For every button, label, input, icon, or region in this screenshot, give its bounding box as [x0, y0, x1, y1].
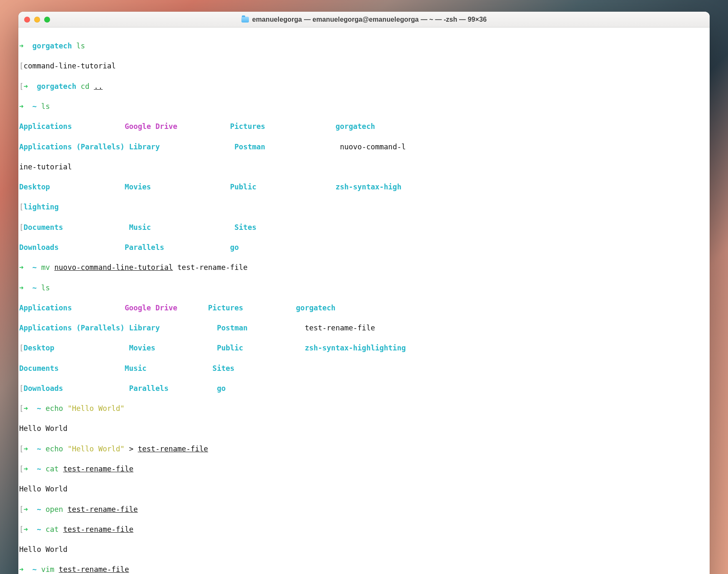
ls-item: Sites [213, 364, 235, 373]
minimize-icon[interactable] [34, 17, 40, 23]
pad [160, 143, 234, 151]
ls-item: Public [230, 183, 256, 191]
pad [265, 122, 336, 131]
ls-item: Public [217, 344, 243, 352]
ls-item: command-line-tutorial [24, 62, 116, 70]
arrow-icon: ➜ [24, 404, 37, 413]
cmd: ls [76, 42, 85, 50]
stdout: Hello World [19, 485, 68, 493]
pad [147, 364, 213, 373]
file: test-rename-file [59, 565, 129, 574]
output-line: [command-line-tutorial [19, 61, 709, 71]
bracket-icon: [ [19, 62, 24, 70]
bracket-icon: [ [19, 525, 24, 534]
ls-item: Sites [234, 223, 256, 232]
stdout: Hello World [19, 424, 68, 433]
pad [63, 384, 129, 393]
pad [63, 223, 129, 232]
ls-row: Applications (Parallels) Library Postman… [19, 142, 709, 152]
ls-row: [Downloads Parallels go [19, 383, 709, 393]
bracket-icon: [ [19, 465, 24, 473]
cmd: cat [45, 525, 63, 534]
folder-icon [241, 17, 249, 23]
traffic-lights [24, 17, 50, 23]
ls-item: Desktop [19, 183, 50, 191]
cwd-tilde: ~ [37, 445, 45, 453]
ls-wrap: ine-tutorial [19, 162, 709, 172]
pad [151, 223, 234, 232]
cmd: vim [41, 565, 59, 574]
cmd: echo [45, 404, 68, 413]
bracket-icon: [ [19, 404, 24, 413]
pad [125, 143, 129, 151]
cmd: open [45, 505, 68, 514]
ls-wrap: [lighting [19, 202, 709, 212]
arg: test-rename-file [177, 263, 248, 272]
ls-item: Parallels [129, 384, 168, 393]
pad [125, 324, 129, 332]
cmd: echo [45, 445, 68, 453]
terminal-body[interactable]: ➜ gorgatech ls [command-line-tutorial [➜… [18, 28, 710, 574]
file: test-rename-file [138, 445, 208, 453]
pad [164, 243, 230, 252]
ls-item: zsh-syntax-high [336, 183, 402, 191]
maximize-icon[interactable] [44, 17, 50, 23]
ls-item: Music [125, 364, 147, 373]
output-line: Hello World [19, 484, 709, 494]
prompt-line: [➜ ~ echo "Hello World" > test-rename-fi… [19, 444, 709, 454]
ls-item: Downloads [19, 243, 59, 252]
ls-row: Applications (Parallels) Library Postman… [19, 323, 709, 333]
close-icon[interactable] [24, 17, 30, 23]
prompt-line: ➜ ~ ls [19, 283, 709, 293]
ls-item: zsh-syntax-highlighting [305, 344, 406, 352]
pad [59, 364, 125, 373]
arrow-icon: ➜ [24, 525, 37, 534]
arrow-icon: ➜ [19, 263, 33, 272]
titlebar[interactable]: emanuelegorga — emanuelegorga@emanuelego… [18, 12, 710, 28]
pad [265, 143, 340, 151]
file: test-rename-file [63, 525, 133, 534]
bracket-icon: [ [19, 223, 24, 232]
output-line: Hello World [19, 544, 709, 554]
ls-item: nuovo-command-l [340, 143, 406, 151]
ls-item: Documents [19, 364, 59, 373]
prompt-line: [➜ ~ cat test-rename-file [19, 464, 709, 474]
file: test-rename-file [63, 465, 133, 473]
ls-item: Drive [151, 122, 177, 131]
ls-item: Applications [19, 122, 125, 131]
pad [50, 183, 125, 191]
file: test-rename-file [68, 505, 138, 514]
prompt-line: [➜ ~ cat test-rename-file [19, 524, 709, 534]
cwd-tilde: ~ [37, 525, 45, 534]
cmd: ls [41, 284, 50, 292]
ls-item: go [217, 384, 226, 393]
pad [156, 344, 217, 352]
cmd: cat [45, 465, 63, 473]
ls-item: Applications (Parallels) [19, 143, 125, 151]
pad [168, 384, 217, 393]
cwd-host: gorgatech [37, 82, 80, 91]
pad [59, 243, 125, 252]
sp [173, 263, 178, 272]
pad [248, 324, 305, 332]
prompt-line: ➜ ~ vim test-rename-file [19, 564, 709, 574]
bracket-icon: [ [19, 445, 24, 453]
ls-item: Music [129, 223, 151, 232]
arrow-icon: ➜ [24, 465, 37, 473]
cmd: mv [41, 263, 55, 272]
redir: > [125, 445, 138, 453]
title-wrap: emanuelegorga — emanuelegorga@emanuelego… [18, 12, 710, 27]
cwd-tilde: ~ [33, 102, 41, 111]
ls-item: Downloads [24, 384, 63, 393]
ls-item: Parallels [125, 243, 164, 252]
prompt-line: [➜ gorgatech cd .. [19, 81, 709, 91]
ls-row: Documents Music Sites [19, 363, 709, 373]
cmd: ls [41, 102, 50, 111]
arrow-icon: ➜ [24, 505, 37, 514]
arrow-icon: ➜ [24, 445, 37, 453]
cwd-tilde: ~ [37, 505, 45, 514]
ls-item: Pictures [208, 304, 243, 312]
prompt-line: [➜ ~ open test-rename-file [19, 504, 709, 514]
ls-item: lighting [24, 203, 59, 211]
stdout: Hello World [19, 545, 68, 554]
